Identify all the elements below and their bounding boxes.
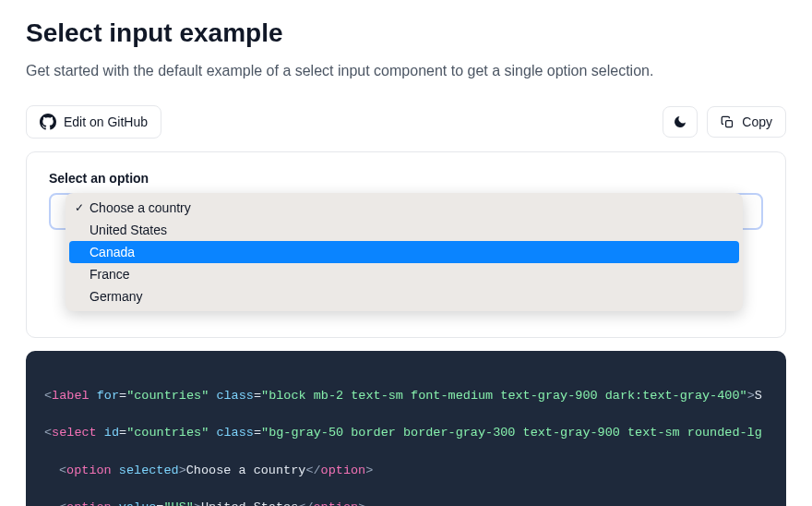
- toolbar-right: Copy: [663, 106, 786, 138]
- option-canada[interactable]: Canada: [69, 241, 739, 263]
- page-description: Get started with the default example of …: [26, 61, 786, 81]
- code-line: <option selected>Choose a country</optio…: [44, 462, 768, 480]
- copy-button[interactable]: Copy: [707, 106, 786, 138]
- dark-mode-toggle[interactable]: [663, 106, 698, 138]
- select-label: Select an option: [49, 171, 763, 186]
- option-united-states[interactable]: United States: [69, 219, 739, 241]
- code-line: <label for="countries" class="block mb-2…: [44, 387, 768, 405]
- edit-on-github-button[interactable]: Edit on GitHub: [26, 105, 161, 139]
- svg-rect-0: [726, 121, 733, 127]
- page-title: Select input example: [26, 18, 786, 48]
- edit-on-github-label: Edit on GitHub: [64, 114, 148, 129]
- option-label: Choose a country: [90, 200, 191, 215]
- copy-icon: [721, 115, 734, 129]
- option-label: France: [90, 267, 130, 282]
- copy-label: Copy: [742, 114, 772, 129]
- moon-icon: [673, 114, 687, 129]
- option-france[interactable]: France: [69, 263, 739, 285]
- option-germany[interactable]: Germany: [69, 285, 739, 307]
- code-block: <label for="countries" class="block mb-2…: [26, 351, 786, 506]
- option-label: Germany: [90, 289, 143, 304]
- toolbar: Edit on GitHub Copy: [26, 105, 786, 139]
- code-line: <option value="US">United States</option…: [44, 499, 768, 506]
- option-label: Canada: [90, 245, 135, 259]
- option-label: United States: [90, 223, 167, 237]
- code-line: <select id="countries" class="bg-gray-50…: [44, 424, 768, 442]
- github-icon: [40, 114, 56, 130]
- option-choose-country[interactable]: ✓ Choose a country: [69, 197, 739, 219]
- select-dropdown: ✓ Choose a country United States Canada …: [66, 193, 743, 311]
- preview-card: Select an option ✓ Choose a country Unit…: [26, 151, 786, 338]
- check-icon: ✓: [73, 201, 86, 214]
